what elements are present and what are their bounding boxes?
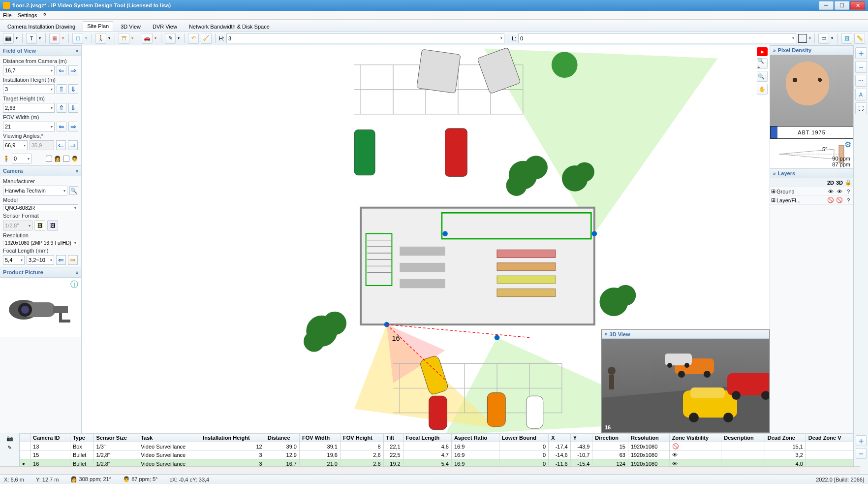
- camera-table[interactable]: Camera IDTypeSensor SizeTaskInstallation…: [20, 433, 853, 474]
- draw-tool-button[interactable]: ✎: [165, 33, 176, 44]
- table-header[interactable]: Tilt: [383, 434, 403, 442]
- tab-3d-view[interactable]: 3D View: [116, 22, 145, 31]
- remove-layer-button[interactable]: －: [855, 61, 867, 73]
- model-select[interactable]: QNO-6082R▾: [3, 204, 78, 211]
- collapse-icon[interactable]: «: [75, 168, 78, 174]
- distance-dec-button[interactable]: ⇐: [57, 65, 66, 75]
- table-header[interactable]: Resolution: [628, 434, 669, 442]
- focal-inc-button[interactable]: ⇒: [68, 255, 78, 265]
- manufacturer-select[interactable]: Hanwha Techwin▾: [3, 186, 67, 195]
- camera-list-icon[interactable]: 📷: [6, 435, 13, 442]
- tab-network-bandwidth[interactable]: Network Bandwidth & Disk Space: [185, 22, 274, 31]
- tab-dvr-view[interactable]: DVR View: [148, 22, 182, 31]
- table-header[interactable]: Aspect Ratio: [451, 434, 499, 442]
- table-header[interactable]: Task: [138, 434, 200, 442]
- fov-width-dec-button[interactable]: ⇐: [57, 122, 66, 131]
- product-panel-header[interactable]: Product Picture «: [0, 267, 81, 278]
- minimize-button[interactable]: ─: [819, 1, 834, 10]
- resolution-select[interactable]: 1920x1080 (2MP 16:9 FullHD)▾: [3, 240, 78, 246]
- layer-row[interactable]: ⊞Layer/Fl... 🚫 🚫 ?: [770, 196, 853, 205]
- fill-tool-button[interactable]: ▭: [818, 33, 829, 44]
- level-input[interactable]: 0▾: [518, 33, 796, 43]
- person-count-input[interactable]: 0▾: [12, 154, 31, 163]
- draw-list-icon[interactable]: ✎: [7, 445, 12, 451]
- focal2-input[interactable]: 3,2~10▾: [27, 255, 54, 265]
- table-header[interactable]: Direction: [592, 434, 628, 442]
- measure-tool-button[interactable]: 📏: [854, 33, 865, 44]
- layer-row[interactable]: ⊞Ground 👁 👁 ?: [770, 187, 853, 196]
- tab-camera-installation-drawing[interactable]: Camera Installation Drawing: [3, 22, 80, 31]
- undo-button[interactable]: ↶: [188, 33, 199, 44]
- site-plan-canvas[interactable]: 16 ▶ 🔍+ 🔍- ✋ »3D View 16: [82, 45, 770, 433]
- menu-file[interactable]: File: [3, 12, 12, 18]
- target-height-up-button[interactable]: ⇑: [57, 103, 66, 113]
- horizontal-scrollbar[interactable]: [20, 466, 853, 474]
- search-icon[interactable]: 🔍: [69, 186, 78, 195]
- pan-button[interactable]: ✋: [757, 84, 768, 95]
- table-header[interactable]: X: [549, 434, 571, 442]
- zoom-in-button[interactable]: 🔍+: [757, 58, 768, 69]
- table-header[interactable]: Distance: [265, 434, 299, 442]
- maximize-button[interactable]: ☐: [835, 1, 849, 10]
- table-header[interactable]: Y: [570, 434, 592, 442]
- settings-icon[interactable]: ⚙: [844, 140, 851, 149]
- table-row[interactable]: 13Box1/3"Video Surveillance1239,039,1822…: [20, 442, 853, 451]
- table-header[interactable]: FOV Height: [340, 434, 383, 442]
- close-button[interactable]: ✕: [850, 1, 865, 10]
- wall-tool-button[interactable]: ▦: [49, 33, 60, 44]
- color-swatch[interactable]: [798, 34, 807, 43]
- table-header[interactable]: Description: [721, 434, 765, 442]
- landscape-icon[interactable]: 🖼: [34, 220, 45, 231]
- info-icon[interactable]: ⓘ: [70, 280, 78, 290]
- install-height-down-button[interactable]: ⇓: [68, 84, 78, 94]
- fov-width-inc-button[interactable]: ⇒: [68, 122, 78, 131]
- table-remove-button[interactable]: －: [856, 448, 867, 459]
- table-header[interactable]: Zone Visibility: [669, 434, 721, 442]
- collapse-icon[interactable]: «: [75, 48, 78, 54]
- target-height-input[interactable]: 2,63▾: [3, 103, 55, 113]
- person-tool-button[interactable]: 🚶: [95, 33, 106, 44]
- table-header[interactable]: FOV Width: [299, 434, 340, 442]
- add-layer-button[interactable]: ＋: [855, 47, 867, 59]
- portrait-icon[interactable]: 🖼: [47, 220, 58, 231]
- height-input[interactable]: 3▾: [226, 33, 504, 43]
- person-standing-icon[interactable]: 🧍: [3, 156, 10, 162]
- table-header[interactable]: Sensor Size: [93, 434, 138, 442]
- clear-button[interactable]: 🧹: [201, 33, 212, 44]
- collapse-icon[interactable]: «: [75, 270, 78, 275]
- layer-options-button[interactable]: ⋯: [855, 75, 867, 87]
- angle-dec-button[interactable]: ⇐: [56, 140, 66, 150]
- target-height-down-button[interactable]: ⇓: [68, 103, 78, 113]
- select-all-button[interactable]: ⛶: [855, 102, 867, 114]
- zoom-out-button[interactable]: 🔍-: [757, 71, 768, 82]
- table-header[interactable]: Installation Height: [200, 434, 265, 442]
- distance-inc-button[interactable]: ⇒: [68, 65, 78, 75]
- youtube-icon[interactable]: ▶: [757, 47, 768, 56]
- table-header[interactable]: Camera ID: [31, 434, 70, 442]
- table-header[interactable]: [20, 434, 31, 442]
- fov-width-input[interactable]: 21▾: [3, 122, 55, 131]
- viewing-angle-h-input[interactable]: 66,9▾: [3, 140, 28, 150]
- angle-inc-button[interactable]: ⇒: [68, 140, 78, 150]
- vehicle-tool-button[interactable]: 🚗: [142, 33, 153, 44]
- table-add-button[interactable]: ＋: [856, 435, 867, 446]
- female-checkbox[interactable]: [46, 156, 52, 162]
- menu-help[interactable]: ?: [43, 12, 46, 18]
- box-tool-button[interactable]: ◻: [72, 33, 83, 44]
- table-header[interactable]: Dead Zone: [765, 434, 806, 442]
- furniture-tool-button[interactable]: ⛩: [119, 33, 129, 44]
- tab-site-plan[interactable]: Site Plan: [83, 21, 113, 31]
- table-header[interactable]: Type: [70, 434, 93, 442]
- distance-input[interactable]: 16,7▾: [3, 65, 55, 75]
- table-header[interactable]: Dead Zone V: [806, 434, 853, 442]
- camera-panel-header[interactable]: Camera «: [0, 165, 81, 176]
- table-header[interactable]: Lower Bound: [499, 434, 548, 442]
- text-annotation-button[interactable]: A: [855, 89, 867, 100]
- camera-tool-button[interactable]: 📷: [3, 33, 14, 44]
- fov-panel-header[interactable]: Field of View «: [0, 45, 81, 56]
- table-row[interactable]: 15Bullet1/2,8"Video Surveillance312,919,…: [20, 451, 853, 459]
- male-checkbox[interactable]: [63, 156, 69, 162]
- focal1-input[interactable]: 5,4▾: [3, 255, 25, 265]
- install-height-input[interactable]: 3▾: [3, 84, 55, 94]
- background-tool-button[interactable]: 🖼: [841, 33, 852, 44]
